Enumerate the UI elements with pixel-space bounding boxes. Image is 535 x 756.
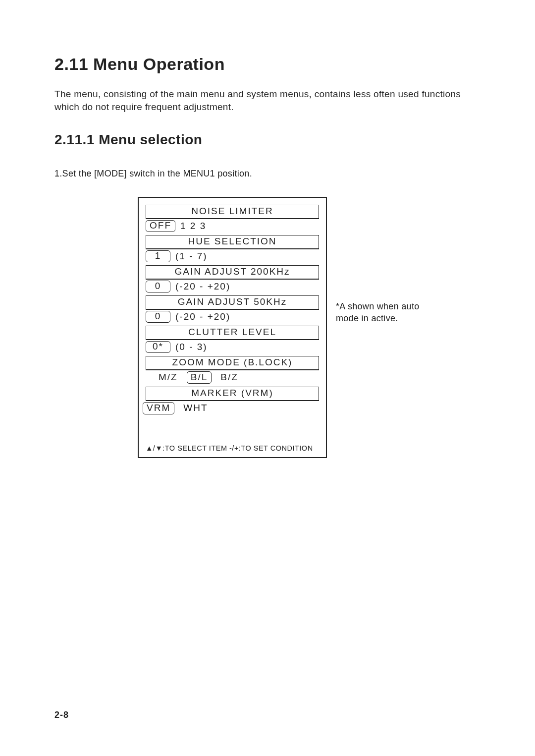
- menu-item-title: MARKER (VRM): [146, 387, 319, 401]
- menu-item-marker: MARKER (VRM) VRM WHT: [146, 387, 319, 416]
- menu-selected-value: 0*: [146, 341, 170, 353]
- menu-item-title: HUE SELECTION: [146, 235, 319, 249]
- menu-item-value-row: 0 (-20 - +20): [146, 280, 319, 294]
- menu-value-range: (1 - 7): [170, 251, 208, 262]
- menu-option: M/Z: [150, 372, 187, 383]
- page-number: 2-8: [54, 710, 69, 720]
- menu-item-title: NOISE LIMITER: [146, 205, 319, 219]
- menu-item-noise-limiter: NOISE LIMITER OFF 1 2 3: [146, 205, 319, 234]
- menu-selected-value: OFF: [146, 220, 175, 232]
- menu-item-title: CLUTTER LEVEL: [146, 326, 319, 340]
- menu-item-title: ZOOM MODE (B.LOCK): [146, 356, 319, 370]
- triangle-up-icon: ▲: [146, 444, 153, 452]
- menu-item-value-row: 1 (1 - 7): [146, 249, 319, 264]
- page: 2.11 Menu Operation The menu, consisting…: [0, 0, 535, 756]
- menu-item-value-row: OFF 1 2 3: [146, 219, 319, 234]
- menu-item-value-row: 0* (0 - 3): [146, 340, 319, 355]
- menu-selected-value: 0: [146, 311, 170, 323]
- figure-row: NOISE LIMITER OFF 1 2 3 HUE SELECTION 1 …: [54, 197, 485, 458]
- menu-item-title: GAIN ADJUST 200KHz: [146, 265, 319, 280]
- subsection-heading: 2.11.1 Menu selection: [54, 132, 485, 148]
- menu-item-gain-200khz: GAIN ADJUST 200KHz 0 (-20 - +20): [146, 265, 319, 294]
- menu-selected-value: 0: [146, 281, 170, 292]
- menu-selected-value: 1: [146, 250, 170, 262]
- menu-item-zoom-mode: ZOOM MODE (B.LOCK) M/Z B/L B/Z: [146, 356, 319, 386]
- menu-value-range: (-20 - +20): [170, 281, 230, 292]
- menu-option-selected: VRM: [143, 402, 174, 414]
- menu-option-selected: B/L: [187, 371, 212, 384]
- menu-option: WHT: [174, 403, 216, 413]
- menu-item-gain-50khz: GAIN ADJUST 50KHz 0 (-20 - +20): [146, 295, 319, 325]
- step-1: 1.Set the [MODE] switch in the MENU1 pos…: [54, 169, 485, 179]
- menu-value-range: 1 2 3: [175, 221, 206, 232]
- triangle-down-icon: ▼: [155, 444, 162, 452]
- menu-footer: ▲/▼:TO SELECT ITEM -/+:TO SET CONDITION: [146, 444, 319, 452]
- menu-item-clutter-level: CLUTTER LEVEL 0* (0 - 3): [146, 326, 319, 355]
- menu-item-value-row: M/Z B/L B/Z: [146, 370, 319, 386]
- intro-paragraph: The menu, consisting of the main menu an…: [54, 88, 485, 113]
- menu-footer-text: :TO SELECT ITEM -/+:TO SET CONDITION: [162, 444, 313, 452]
- menu-item-title: GAIN ADJUST 50KHz: [146, 295, 319, 310]
- side-note: *A shown when auto mode in active.: [336, 301, 420, 324]
- menu-screen: NOISE LIMITER OFF 1 2 3 HUE SELECTION 1 …: [138, 197, 327, 458]
- menu-option: B/Z: [212, 372, 247, 383]
- menu-item-value-row: VRM WHT: [146, 401, 319, 416]
- section-heading: 2.11 Menu Operation: [54, 55, 485, 74]
- menu-item-hue-selection: HUE SELECTION 1 (1 - 7): [146, 235, 319, 264]
- menu-value-range: (0 - 3): [170, 342, 208, 352]
- menu-value-range: (-20 - +20): [170, 311, 230, 322]
- menu-item-value-row: 0 (-20 - +20): [146, 310, 319, 325]
